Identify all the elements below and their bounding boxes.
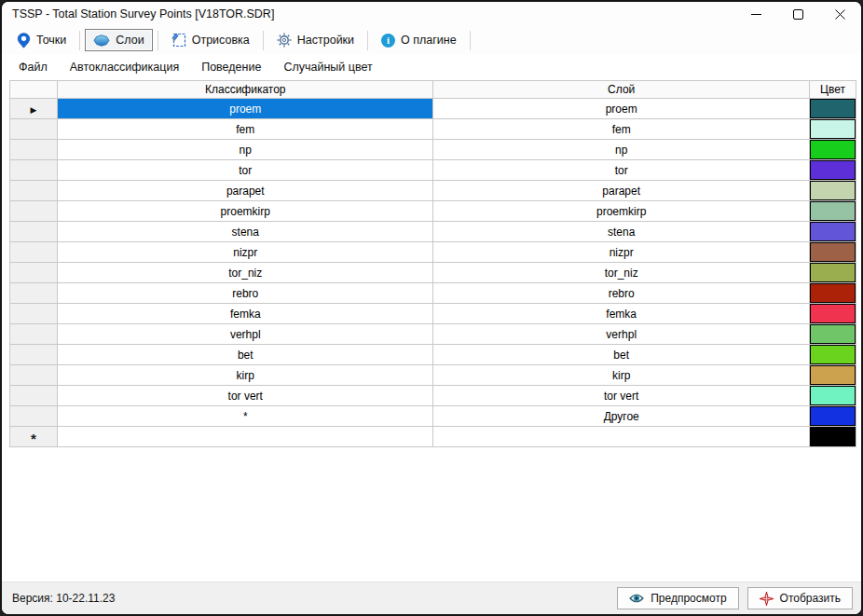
color-cell[interactable]: [809, 119, 856, 140]
classifier-cell[interactable]: np: [58, 140, 433, 160]
color-cell[interactable]: [809, 140, 856, 160]
color-cell[interactable]: [809, 263, 856, 283]
row-selector[interactable]: [10, 386, 58, 406]
title-bar: TSSP - Total Station Survey Points [V18T…: [2, 2, 861, 26]
classifier-cell[interactable]: kirp: [58, 365, 433, 386]
toolbar-button-about-plugin[interactable]: iО плагине: [373, 29, 465, 51]
classifier-cell[interactable]: fem: [58, 119, 433, 140]
minimize-icon: [751, 9, 761, 20]
layer-cell[interactable]: verhpl: [433, 324, 809, 345]
color-cell[interactable]: [809, 201, 856, 222]
toolbar-button-points[interactable]: Точки: [8, 29, 75, 51]
color-cell[interactable]: [809, 242, 856, 263]
layer-cell[interactable]: proem: [433, 99, 809, 119]
close-button[interactable]: [819, 2, 861, 26]
layer-cell[interactable]: fem: [433, 119, 809, 140]
color-cell[interactable]: [809, 324, 856, 345]
display-button-label: Отобразить: [780, 592, 841, 605]
color-cell[interactable]: [809, 427, 856, 447]
table-row: ▶proemproem: [10, 99, 856, 119]
layer-cell[interactable]: proemkirp: [433, 201, 809, 222]
toolbar-separator: [263, 31, 264, 50]
classifier-cell[interactable]: femka: [58, 304, 433, 324]
row-selector[interactable]: [10, 242, 58, 263]
layer-cell[interactable]: nizpr: [433, 242, 809, 263]
layer-cell[interactable]: bet: [433, 345, 809, 365]
layer-cell[interactable]: [433, 427, 809, 447]
menu-item-autoclassification[interactable]: Автоклассификация: [62, 57, 186, 77]
classifier-cell[interactable]: proemkirp: [58, 201, 433, 222]
row-selector[interactable]: [10, 263, 58, 283]
display-button[interactable]: Отобразить: [747, 587, 853, 609]
classifier-cell[interactable]: verhpl: [58, 324, 433, 345]
classifier-cell[interactable]: proem: [58, 99, 433, 119]
row-selector[interactable]: [10, 140, 58, 160]
color-cell[interactable]: [809, 304, 856, 324]
layer-cell[interactable]: tor: [433, 160, 809, 181]
layer-cell[interactable]: tor_niz: [433, 263, 809, 283]
color-cell[interactable]: [809, 345, 856, 365]
layer-cell[interactable]: rebro: [433, 283, 809, 304]
toolbar-separator: [367, 31, 368, 50]
table-row: nizprnizpr: [10, 242, 856, 263]
table-row: tor_niztor_niz: [10, 263, 856, 283]
classifier-cell[interactable]: tor_niz: [58, 263, 433, 283]
color-swatch: [810, 365, 856, 385]
map-pin-icon: [17, 33, 31, 48]
row-selector[interactable]: [10, 201, 58, 222]
row-selector[interactable]: [10, 222, 58, 242]
version-label: Версия: 10-22.11.23: [10, 592, 115, 605]
maximize-button[interactable]: [777, 2, 819, 26]
row-selector[interactable]: [10, 345, 58, 365]
layer-cell[interactable]: kirp: [433, 365, 809, 386]
layer-cell[interactable]: Другое: [433, 406, 809, 427]
classifier-cell[interactable]: tor: [58, 160, 433, 181]
menu-item-file[interactable]: Файл: [11, 57, 55, 77]
row-selector[interactable]: [10, 283, 58, 304]
toolbar-button-drawing[interactable]: Отрисовка: [163, 29, 258, 51]
preview-button[interactable]: Предпросмотр: [617, 587, 738, 609]
classifier-cell[interactable]: bet: [58, 345, 433, 365]
minimize-button[interactable]: [735, 2, 777, 26]
toolbar-button-layers[interactable]: Слои: [85, 29, 152, 51]
menu-item-behavior[interactable]: Поведение: [194, 57, 268, 77]
classifier-cell[interactable]: rebro: [58, 283, 433, 304]
color-cell[interactable]: [809, 283, 856, 304]
app-window: TSSP - Total Station Survey Points [V18T…: [0, 0, 863, 616]
color-cell[interactable]: [809, 222, 856, 242]
menu-item-random-color[interactable]: Случайный цвет: [276, 57, 379, 77]
layer-cell[interactable]: np: [433, 140, 809, 160]
row-selector[interactable]: [10, 181, 58, 201]
color-cell[interactable]: [809, 99, 856, 119]
classifier-cell[interactable]: nizpr: [58, 242, 433, 263]
row-selector[interactable]: [10, 365, 58, 386]
color-cell[interactable]: [809, 365, 856, 386]
row-selector[interactable]: [10, 119, 58, 140]
table-header-row: Классификатор Слой Цвет: [10, 81, 856, 99]
layer-cell[interactable]: femka: [433, 304, 809, 324]
row-selector-header[interactable]: [10, 81, 58, 99]
toolbar-button-settings[interactable]: Настройки: [268, 29, 363, 51]
classifier-cell[interactable]: *: [58, 406, 433, 427]
color-swatch: [810, 406, 856, 426]
color-cell[interactable]: [809, 406, 856, 427]
row-selector[interactable]: [10, 304, 58, 324]
row-selector[interactable]: [10, 324, 58, 345]
row-selector[interactable]: ▶: [10, 99, 58, 119]
row-selector[interactable]: [10, 160, 58, 181]
layer-cell[interactable]: tor vert: [433, 386, 809, 406]
classifier-cell[interactable]: tor vert: [58, 386, 433, 406]
color-cell[interactable]: [809, 181, 856, 201]
row-selector[interactable]: *: [10, 427, 58, 447]
layer-cell[interactable]: parapet: [433, 181, 809, 201]
classifier-cell[interactable]: stena: [58, 222, 433, 242]
column-header-classifier[interactable]: Классификатор: [58, 81, 433, 99]
row-selector[interactable]: [10, 406, 58, 427]
classifier-cell[interactable]: [58, 427, 433, 447]
color-cell[interactable]: [809, 160, 856, 181]
classifier-cell[interactable]: parapet: [58, 181, 433, 201]
column-header-layer[interactable]: Слой: [433, 81, 809, 99]
color-cell[interactable]: [809, 386, 856, 406]
column-header-color[interactable]: Цвет: [809, 81, 856, 99]
layer-cell[interactable]: stena: [433, 222, 809, 242]
